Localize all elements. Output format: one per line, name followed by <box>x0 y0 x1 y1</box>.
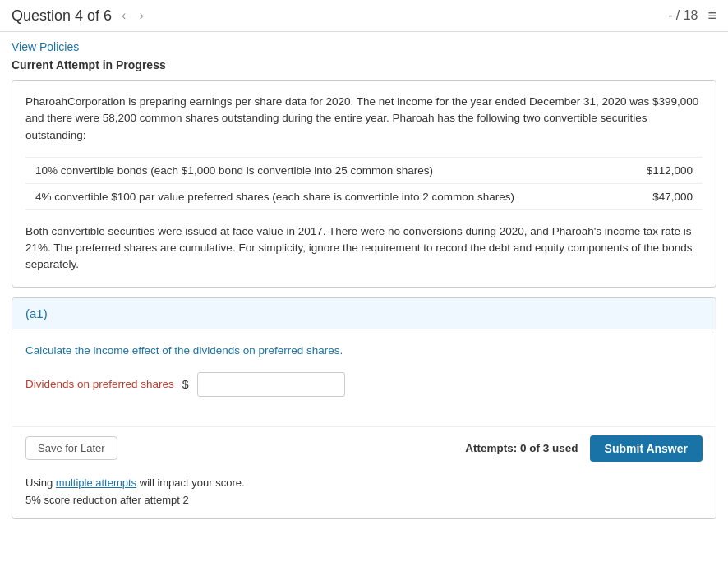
part-header: (a1) <box>12 298 716 329</box>
save-later-button[interactable]: Save for Later <box>25 436 117 460</box>
part-content: Calculate the income effect of the divid… <box>12 329 716 426</box>
header-left: Question 4 of 6 ‹ › <box>12 7 147 25</box>
problem-additional: Both convertible securities were issued … <box>25 223 703 274</box>
problem-box: PharoahCorporation is preparing earnings… <box>12 80 716 288</box>
security-row-2: 4% convertible $100 par value preferred … <box>25 184 703 210</box>
dividends-input-row: Dividends on preferred shares $ <box>25 372 703 397</box>
part-a1-section: (a1) Calculate the income effect of the … <box>12 297 716 520</box>
question-counter: Question 4 of 6 <box>12 7 112 25</box>
dollar-sign: $ <box>182 378 189 391</box>
dividends-input[interactable] <box>197 372 345 397</box>
list-icon[interactable]: ≡ <box>707 7 716 25</box>
current-attempt-label: Current Attempt in Progress <box>12 58 716 71</box>
score-display: - / 18 <box>668 8 698 23</box>
header-right: - / 18 ≡ <box>668 7 716 25</box>
right-footer: Attempts: 0 of 3 used Submit Answer <box>465 435 703 462</box>
view-policies-link[interactable]: View Policies <box>12 40 79 53</box>
footer-note-1: Using multiple attempts will impact your… <box>25 475 703 492</box>
part-label: (a1) <box>25 306 48 320</box>
main-content: View Policies Current Attempt in Progres… <box>0 32 728 537</box>
security-value-2: $47,000 <box>627 191 693 203</box>
security-row-1: 10% convertible bonds (each $1,000 bond … <box>25 157 703 184</box>
security-value-1: $112,000 <box>627 164 693 177</box>
security-label-2: 4% convertible $100 par value preferred … <box>35 191 514 203</box>
part-instruction: Calculate the income effect of the divid… <box>25 343 703 359</box>
securities-table: 10% convertible bonds (each $1,000 bond … <box>25 157 703 210</box>
footer-note-2: 5% score reduction after attempt 2 <box>25 492 703 509</box>
problem-intro: PharoahCorporation is preparing earnings… <box>25 94 703 144</box>
security-label-1: 10% convertible bonds (each $1,000 bond … <box>35 164 433 177</box>
next-arrow[interactable]: › <box>136 7 146 25</box>
dividends-label: Dividends on preferred shares <box>25 378 174 390</box>
page-header: Question 4 of 6 ‹ › - / 18 ≡ <box>0 0 728 32</box>
attempts-counter: Attempts: 0 of 3 used <box>465 442 578 454</box>
prev-arrow[interactable]: ‹ <box>118 7 129 25</box>
footer-note-1-prefix: Using <box>25 476 56 489</box>
multiple-attempts-link[interactable]: multiple attempts <box>56 476 136 489</box>
footer-notes: Using multiple attempts will impact your… <box>12 472 716 519</box>
footer-note-1-suffix: will impact your score. <box>136 476 244 489</box>
submit-answer-button[interactable]: Submit Answer <box>590 435 703 462</box>
footer-actions: Save for Later Attempts: 0 of 3 used Sub… <box>12 426 716 472</box>
